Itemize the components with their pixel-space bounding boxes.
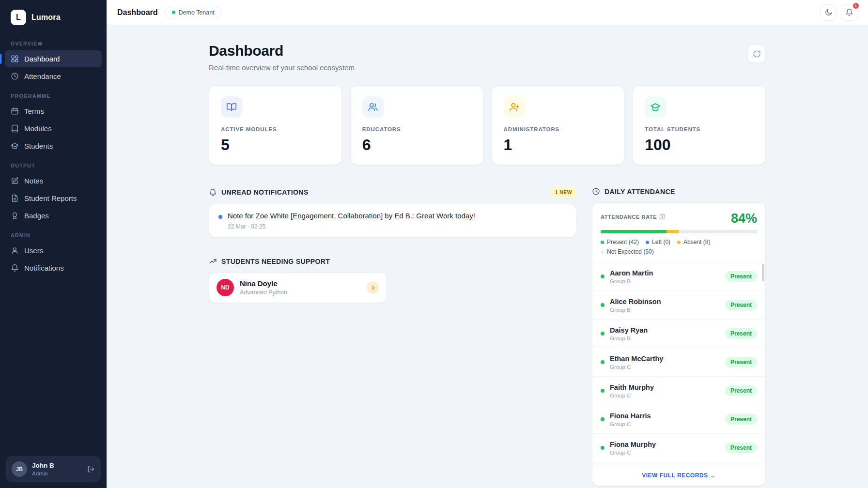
present-dot xyxy=(601,274,604,278)
legend-label: Not Expected (50) xyxy=(607,248,654,255)
stat-value: 100 xyxy=(645,136,754,154)
legend-label: Left (0) xyxy=(652,239,670,245)
topbar-title: Dashboard xyxy=(117,8,158,17)
app-window: L Lumora OVERVIEWDashboardAttendancePROG… xyxy=(0,0,868,488)
scrollbar-thumb[interactable] xyxy=(762,264,764,281)
calendar-icon xyxy=(11,107,19,115)
stat-card-total-students: TOTAL STUDENTS100 xyxy=(633,85,766,165)
sidebar-item-label: Users xyxy=(24,246,43,255)
support-student-item[interactable]: NDNina DoyleAdvanced Python xyxy=(209,272,387,303)
sidebar-item-terms[interactable]: Terms xyxy=(5,103,102,120)
sidebar-section-label: OUTPUT xyxy=(0,155,107,172)
left-column: UNREAD NOTIFICATIONS 1 NEW Note for Zoe … xyxy=(209,187,576,486)
status-badge: Present xyxy=(725,300,757,310)
stats-grid: ACTIVE MODULES5EDUCATORS6ADMINISTRATORS1… xyxy=(209,85,766,165)
users-icon xyxy=(362,96,384,118)
note-icon xyxy=(11,177,19,185)
student-name: Nina Doyle xyxy=(240,279,287,288)
attendance-row: Daisy RyanGroup BPresent xyxy=(592,320,765,348)
sidebar-item-notifications[interactable]: Notifications xyxy=(5,259,102,276)
attendance-row: Fiona HarrisGroup CPresent xyxy=(592,405,765,434)
student-name: Faith Murphy xyxy=(610,383,654,391)
sidebar: L Lumora OVERVIEWDashboardAttendancePROG… xyxy=(0,0,107,488)
tenant-badge: Demo Tenant xyxy=(165,6,221,19)
stat-label: TOTAL STUDENTS xyxy=(645,126,754,132)
attendance-summary: ATTENDANCE RATE 84% Present (42)Left (0)… xyxy=(592,203,765,262)
user-icon xyxy=(11,246,19,255)
student-name: Fiona Harris xyxy=(610,412,651,420)
stat-value: 5 xyxy=(221,136,330,154)
sidebar-item-label: Student Reports xyxy=(24,194,77,202)
dark-mode-toggle[interactable] xyxy=(820,4,837,21)
student-group: Group B xyxy=(610,307,661,313)
sidebar-item-attendance[interactable]: Attendance xyxy=(5,68,102,85)
legend-item: Present (42) xyxy=(601,239,639,245)
legend-item: Not Expected (50) xyxy=(601,248,654,255)
attendance-student-list: Aaron MartinGroup BPresentAlice Robinson… xyxy=(592,262,765,465)
student-group: Group C xyxy=(610,364,663,370)
student-group: Group C xyxy=(610,393,654,398)
notifications-button[interactable]: 1 xyxy=(841,4,857,21)
sidebar-item-notes[interactable]: Notes xyxy=(5,172,102,189)
stat-card-educators: EDUCATORS6 xyxy=(350,85,483,165)
topbar-actions: 1 xyxy=(820,4,857,21)
user-name: John B xyxy=(32,462,54,469)
sidebar-section-label: ADMIN xyxy=(0,225,107,242)
present-dot xyxy=(601,303,604,307)
bar-segment-present-42- xyxy=(601,230,666,233)
sidebar-item-modules[interactable]: Modules xyxy=(5,120,102,137)
tenant-status-dot xyxy=(172,11,175,14)
student-name: Daisy Ryan xyxy=(610,326,648,334)
new-count-badge: 1 NEW xyxy=(551,187,576,197)
bar-segment-absent-8- xyxy=(666,230,679,233)
student-group: Group B xyxy=(610,336,648,341)
attendance-row: Faith MurphyGroup CPresent xyxy=(592,377,765,405)
unread-dot xyxy=(218,215,222,219)
info-icon[interactable] xyxy=(659,214,666,220)
sidebar-section-label: OVERVIEW xyxy=(0,33,107,50)
attendance-progress-bar xyxy=(601,230,757,233)
user-card[interactable]: JB John B Admin xyxy=(6,456,101,482)
page-content: Dashboard Real-time overview of your sch… xyxy=(107,25,868,488)
section-title: DAILY ATTENDANCE xyxy=(604,188,675,196)
bar-segment-not-expected-50- xyxy=(679,230,757,233)
notification-item[interactable]: Note for Zoe White [Engagement, Collabor… xyxy=(209,204,576,238)
book-icon xyxy=(11,124,19,133)
page-subtitle: Real-time overview of your school ecosys… xyxy=(209,63,355,72)
support-list: NDNina DoyleAdvanced Python xyxy=(209,272,576,303)
view-full-records-link[interactable]: VIEW FULL RECORDS → xyxy=(592,465,765,486)
sidebar-item-badges[interactable]: Badges xyxy=(5,207,102,224)
bell-icon xyxy=(845,8,853,16)
sidebar-item-students[interactable]: Students xyxy=(5,137,102,154)
sidebar-item-dashboard[interactable]: Dashboard xyxy=(5,50,102,67)
bell-icon xyxy=(209,188,217,197)
user-plus-icon xyxy=(504,96,525,118)
present-dot xyxy=(601,446,604,450)
topbar: Dashboard Demo Tenant 1 xyxy=(107,0,868,25)
unread-notifications-header: UNREAD NOTIFICATIONS 1 NEW xyxy=(209,187,576,197)
book-open-icon xyxy=(221,96,242,118)
graduation-cap-icon xyxy=(11,142,19,150)
refresh-button[interactable] xyxy=(747,45,766,63)
status-badge: Present xyxy=(725,385,757,396)
chevron-right-icon[interactable] xyxy=(367,281,379,294)
main-area: Dashboard Demo Tenant 1 xyxy=(107,0,868,488)
sidebar-item-student-reports[interactable]: Student Reports xyxy=(5,190,102,207)
daily-attendance-header: DAILY ATTENDANCE xyxy=(592,187,766,196)
sidebar-section-label: PROGRAMME xyxy=(0,85,107,102)
legend-label: Absent (8) xyxy=(683,239,710,245)
student-group: Group B xyxy=(610,278,653,284)
present-dot xyxy=(601,332,604,336)
brand-logo: L xyxy=(11,10,26,25)
refresh-icon xyxy=(753,50,761,58)
logout-icon[interactable] xyxy=(87,465,95,473)
legend-dot xyxy=(677,241,681,244)
sidebar-item-users[interactable]: Users xyxy=(5,242,102,259)
notification-text: Note for Zoe White [Engagement, Collabor… xyxy=(228,212,475,220)
clock-icon xyxy=(592,187,600,196)
attendance-row: Alice RobinsonGroup BPresent xyxy=(592,291,765,320)
stat-card-active-modules: ACTIVE MODULES5 xyxy=(209,85,342,165)
user-role: Admin xyxy=(32,471,54,476)
present-dot xyxy=(601,417,604,421)
legend-item: Left (0) xyxy=(646,239,670,245)
